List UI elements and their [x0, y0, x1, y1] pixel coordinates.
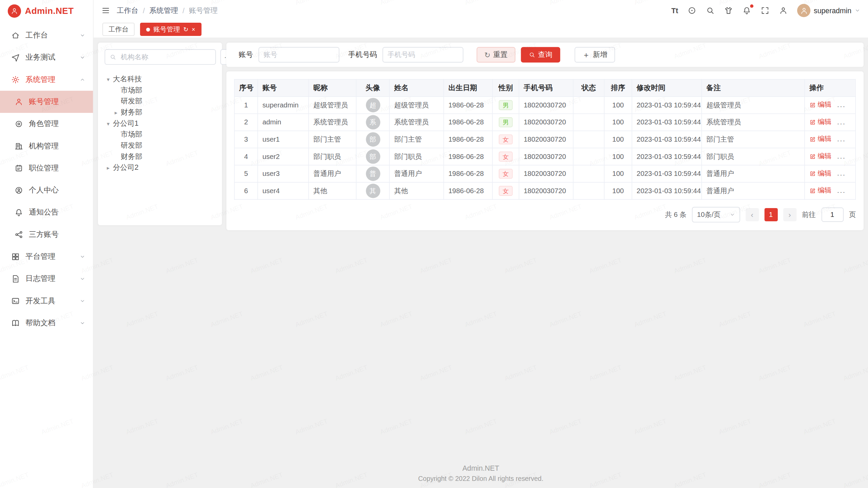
- page-size-select[interactable]: 10条/页: [692, 207, 740, 223]
- more-actions-button[interactable]: ···: [837, 171, 846, 179]
- notification-icon[interactable]: [742, 6, 751, 15]
- sidebar-item-help-docs[interactable]: 帮助文档: [0, 312, 93, 334]
- cell-birth: 1986-06-28: [444, 131, 493, 148]
- gender-tag: 男: [499, 100, 513, 110]
- breadcrumb-item[interactable]: 工作台: [117, 5, 138, 15]
- cell-gender: 男: [492, 97, 519, 114]
- content: ··· 大名科技 市场部 研发部 财务部 分公司1 市场部 研发部 财务部 分公…: [94, 38, 868, 235]
- sidebar-item-account-management[interactable]: 账号管理: [0, 91, 93, 113]
- sidebar-item-role-management[interactable]: 角色管理: [0, 113, 93, 135]
- tree-node[interactable]: 分公司1: [105, 118, 216, 129]
- edit-button[interactable]: 编辑: [809, 100, 831, 110]
- tree-node[interactable]: 市场部: [105, 85, 216, 96]
- caret-right-icon[interactable]: [105, 165, 112, 171]
- sidebar-item-label: 日志管理: [25, 274, 74, 284]
- more-actions-button[interactable]: ···: [837, 188, 846, 196]
- more-actions-button[interactable]: ···: [837, 102, 846, 110]
- sidebar-item-personal-center[interactable]: 个人中心: [0, 179, 93, 201]
- cell-phone: 18020030720: [519, 131, 573, 148]
- theme-skin-icon[interactable]: [724, 6, 733, 15]
- tab-close-icon[interactable]: ×: [192, 26, 195, 33]
- user-menu[interactable]: superadmin: [797, 4, 860, 17]
- tab-workbench[interactable]: 工作台: [102, 23, 135, 36]
- sidebar-item-third-party-account[interactable]: 三方账号: [0, 224, 93, 246]
- footer: Admin.NET Copyright © 2022 Dilon All rig…: [94, 464, 868, 488]
- cell-status: [573, 131, 604, 148]
- tree-node[interactable]: 市场部: [105, 129, 216, 140]
- sidebar-item-dev-tools[interactable]: 开发工具: [0, 290, 93, 312]
- hamburger-icon[interactable]: [101, 6, 110, 15]
- document-icon: [11, 274, 20, 283]
- goto-page-input[interactable]: [821, 207, 843, 222]
- cell-phone: 18020030720: [519, 165, 573, 182]
- cell-sort: 100: [604, 114, 632, 131]
- cell-phone: 18020030720: [519, 97, 573, 114]
- org-search-input[interactable]: [120, 53, 211, 61]
- chevron-down-icon: [729, 212, 735, 217]
- sidebar-item-log-management[interactable]: 日志管理: [0, 268, 93, 290]
- avatar: 部: [366, 149, 380, 164]
- tree-node[interactable]: 分公司2: [105, 162, 216, 173]
- search-button[interactable]: 查询: [521, 47, 560, 63]
- sidebar-item-platform-management[interactable]: 平台管理: [0, 246, 93, 268]
- sidebar-item-business-test[interactable]: 业务测试: [0, 46, 93, 68]
- table-row: 4 user2 部门职员 部 部门职员 1986-06-28 女 1802003…: [234, 148, 855, 165]
- phone-input[interactable]: [382, 47, 463, 63]
- cell-index: 4: [234, 148, 258, 165]
- caret-down-icon[interactable]: [105, 76, 112, 82]
- edit-button[interactable]: 编辑: [809, 135, 831, 144]
- badge-icon: [14, 164, 23, 172]
- edit-button[interactable]: 编辑: [809, 118, 831, 127]
- tab-refresh-icon[interactable]: ↻: [183, 26, 188, 33]
- avatar: 超: [366, 98, 380, 112]
- tab-account-management[interactable]: 账号管理 ↻ ×: [140, 23, 201, 36]
- sidebar-item-system-management[interactable]: 系统管理: [0, 68, 93, 90]
- search-icon[interactable]: [706, 6, 715, 15]
- edit-button[interactable]: 编辑: [809, 169, 831, 178]
- app-root: Admin.NET 工作台 业务测试 系统管理: [0, 0, 868, 488]
- building-icon: [14, 142, 23, 150]
- cell-nickname: 部门主管: [309, 131, 356, 148]
- chevron-down-icon: [80, 298, 85, 304]
- breadcrumb-item[interactable]: 系统管理: [149, 5, 178, 15]
- current-page-button[interactable]: 1: [764, 208, 777, 221]
- more-actions-button[interactable]: ···: [837, 119, 846, 127]
- reset-button[interactable]: ↻ 重置: [477, 47, 515, 63]
- tree-node[interactable]: 研发部: [105, 140, 216, 151]
- cell-nickname: 系统管理员: [309, 114, 356, 131]
- next-page-button[interactable]: ›: [783, 208, 796, 221]
- cell-remark: 普通用户: [702, 182, 805, 200]
- cell-gender: 女: [492, 165, 519, 182]
- edit-button[interactable]: 编辑: [809, 186, 831, 196]
- sidebar-item-position-management[interactable]: 职位管理: [0, 157, 93, 179]
- sidebar-item-workbench[interactable]: 工作台: [0, 24, 93, 46]
- account-table: 序号 账号 昵称 头像 姓名 出生日期 性别 手机号码 状态 排序: [234, 79, 856, 200]
- more-actions-button[interactable]: ···: [837, 154, 846, 161]
- tree-node[interactable]: 财务部: [105, 107, 216, 118]
- font-size-icon[interactable]: Tt: [671, 6, 678, 15]
- cell-modified: 2023-01-03 10:59:44: [632, 165, 702, 182]
- chevron-down-icon: [80, 276, 85, 282]
- col-status: 状态: [573, 79, 604, 97]
- tree-node[interactable]: 研发部: [105, 96, 216, 107]
- tree-node[interactable]: 大名科技: [105, 74, 216, 85]
- prev-page-button[interactable]: ‹: [745, 208, 758, 221]
- cell-birth: 1986-06-28: [444, 165, 493, 182]
- sidebar-item-notice[interactable]: 通知公告: [0, 201, 93, 223]
- caret-right-icon[interactable]: [112, 109, 119, 115]
- sidebar-item-org-management[interactable]: 机构管理: [0, 135, 93, 157]
- edit-button[interactable]: 编辑: [809, 152, 831, 161]
- fullscreen-icon[interactable]: [761, 6, 769, 15]
- tree-node[interactable]: 财务部: [105, 151, 216, 162]
- account-input[interactable]: [258, 47, 339, 63]
- query-form: 账号 手机号码 ↻ 重置 查询 ＋: [226, 43, 864, 67]
- goto-label: 前往: [802, 210, 816, 220]
- caret-down-icon[interactable]: [105, 120, 112, 126]
- add-button[interactable]: ＋ 新增: [575, 47, 615, 63]
- cell-sort: 100: [604, 148, 632, 165]
- cell-actions: 编辑···: [805, 131, 855, 148]
- user-icon[interactable]: [779, 6, 788, 15]
- sidebar-item-label: 业务测试: [25, 53, 74, 62]
- screen-adapt-icon[interactable]: [688, 6, 696, 15]
- more-actions-button[interactable]: ···: [837, 137, 846, 144]
